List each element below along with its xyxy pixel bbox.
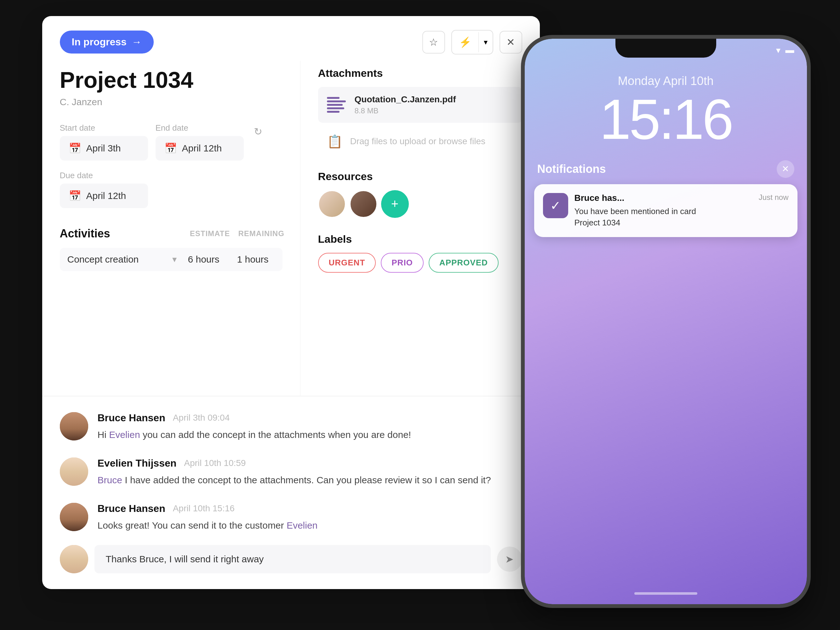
comment-2-time: April 10th 10:59	[184, 458, 246, 468]
end-date-value: April 12th	[182, 143, 222, 154]
end-date-input[interactable]: 📅 April 12th	[156, 136, 244, 161]
refresh-button[interactable]: ↻	[251, 123, 265, 161]
file-icon	[327, 95, 347, 115]
phone-date: Monday April 10th	[617, 74, 714, 88]
lightning-button[interactable]: ⚡ ▾	[452, 30, 493, 55]
phone-screen: ▾ ▬ Monday April 10th 15:16 Notification…	[525, 39, 807, 604]
notification-top-row: Bruce has... Just now	[575, 193, 789, 203]
comment-3-time: April 10th 15:16	[173, 504, 235, 513]
resource-avatar-1[interactable]	[318, 190, 346, 218]
calendar-icon: 📅	[69, 142, 81, 154]
due-date-field: Due date 📅 April 12th	[60, 171, 283, 208]
notification-text-line2: Project 1034	[575, 218, 621, 227]
notifications-close-button[interactable]: ✕	[777, 160, 794, 178]
start-date-value: April 3th	[86, 143, 121, 154]
activity-estimate: 6 hours	[182, 254, 226, 265]
notification-text: You have been mentioned in card Project …	[575, 206, 789, 228]
file-info: Quotation_C.Janzen.pdf 8.8 MB	[355, 94, 513, 115]
send-icon: ➤	[505, 553, 514, 565]
avatar-bruce-1	[60, 412, 88, 441]
add-resource-button[interactable]: +	[381, 190, 409, 218]
phone-time: 15:16	[599, 91, 732, 148]
card-right-panel: Attachments Quotation_C.Janzen.pdf 8.8 M…	[300, 61, 540, 396]
wifi-icon: ▾	[776, 45, 780, 55]
project-owner: C. Janzen	[60, 97, 283, 107]
activity-row: Concept creation ▾ 6 hours 1 hours	[60, 248, 283, 271]
comment-2-author: Evelien Thijssen	[98, 457, 177, 469]
comment-1-content: Bruce Hansen April 3th 09:04 Hi Evelien …	[98, 412, 522, 442]
remaining-col-label: REMAINING	[238, 229, 283, 238]
mention-evelien-1: Evelien	[109, 430, 140, 440]
attachments-section: Attachments Quotation_C.Janzen.pdf 8.8 M…	[318, 67, 522, 155]
avatar-evelien-input	[60, 545, 88, 573]
status-button[interactable]: In progress →	[60, 30, 154, 54]
notification-app-icon: ✓	[543, 193, 568, 218]
activities-header: Activities ESTIMATE REMAINING	[60, 227, 283, 240]
phone-container: ▾ ▬ Monday April 10th 15:16 Notification…	[521, 35, 811, 608]
notification-text-line1: You have been mentioned in card	[575, 206, 696, 216]
end-date-label: End date	[156, 123, 244, 133]
comment-1: Bruce Hansen April 3th 09:04 Hi Evelien …	[60, 412, 522, 442]
chevron-down-icon: ▾	[478, 32, 493, 52]
comment-3-author: Bruce Hansen	[98, 503, 165, 515]
estimate-col-label: ESTIMATE	[188, 229, 232, 238]
phone-frame: ▾ ▬ Monday April 10th 15:16 Notification…	[521, 35, 811, 608]
comments-section: Bruce Hansen April 3th 09:04 Hi Evelien …	[42, 396, 540, 545]
labels-title: Labels	[318, 233, 522, 245]
resources-title: Resources	[318, 170, 522, 183]
avatar-bruce-2	[60, 503, 88, 531]
notification-time: Just now	[759, 193, 789, 203]
due-date-label: Due date	[60, 171, 283, 180]
comment-1-time: April 3th 09:04	[173, 413, 230, 423]
due-date-input[interactable]: 📅 April 12th	[60, 184, 148, 208]
star-button[interactable]: ☆	[422, 31, 445, 54]
calendar-icon: 📅	[69, 190, 81, 202]
notifications-section: Notifications ✕ ✓ Bruce has... Just now	[525, 160, 807, 238]
project-title: Project 1034	[60, 67, 283, 93]
start-date-label: Start date	[60, 123, 148, 133]
comment-3-content: Bruce Hansen April 10th 15:16 Looks grea…	[98, 503, 522, 532]
due-date-value: April 12th	[86, 191, 126, 201]
label-approved[interactable]: APPROVED	[429, 253, 499, 272]
notification-sender: Bruce has...	[575, 193, 625, 203]
send-button[interactable]: ➤	[497, 547, 522, 572]
resource-avatar-2[interactable]	[350, 190, 377, 218]
comment-3: Bruce Hansen April 10th 15:16 Looks grea…	[60, 503, 522, 532]
activities-columns: ESTIMATE REMAINING	[188, 229, 283, 238]
file-size: 8.8 MB	[355, 106, 513, 115]
label-prio[interactable]: PRIO	[381, 253, 424, 272]
phone-home-indicator	[634, 592, 697, 595]
notification-body: Bruce has... Just now You have been ment…	[575, 193, 789, 228]
comment-2-meta: Evelien Thijssen April 10th 10:59	[98, 457, 522, 469]
mention-evelien-2: Evelien	[287, 520, 317, 531]
activity-name: Concept creation	[67, 254, 167, 265]
comment-1-meta: Bruce Hansen April 3th 09:04	[98, 412, 522, 424]
start-date-field: Start date 📅 April 3th	[60, 123, 148, 161]
arrow-icon: →	[132, 36, 142, 48]
comment-input[interactable]	[95, 545, 491, 573]
notification-card[interactable]: ✓ Bruce has... Just now You have been me…	[534, 184, 797, 238]
attachment-file[interactable]: Quotation_C.Janzen.pdf 8.8 MB	[318, 87, 522, 123]
phone-notch	[616, 39, 716, 58]
comment-3-text: Looks great! You can send it to the cust…	[98, 518, 522, 532]
end-date-field: End date 📅 April 12th	[156, 123, 244, 161]
upload-text: Drag files to upload or browse files	[350, 136, 486, 146]
close-button[interactable]: ✕	[499, 31, 522, 54]
activity-dropdown[interactable]: ▾	[172, 254, 177, 265]
calendar-icon: 📅	[164, 142, 177, 154]
label-urgent[interactable]: URGENT	[318, 253, 376, 272]
comment-1-author: Bruce Hansen	[98, 412, 165, 424]
star-icon: ☆	[429, 36, 438, 48]
status-label: In progress	[72, 36, 126, 48]
start-date-input[interactable]: 📅 April 3th	[60, 136, 148, 161]
comment-2: Evelien Thijssen April 10th 10:59 Bruce …	[60, 457, 522, 487]
card-left-panel: Project 1034 C. Janzen Start date 📅 Apri…	[42, 61, 300, 396]
upload-icon: 📋	[327, 134, 343, 149]
date-row: Start date 📅 April 3th End date 📅 April …	[60, 123, 283, 161]
attachments-title: Attachments	[318, 67, 522, 79]
topbar-right: ☆ ⚡ ▾ ✕	[422, 30, 522, 55]
resource-avatars: +	[318, 190, 522, 218]
card-body: Project 1034 C. Janzen Start date 📅 Apri…	[42, 61, 540, 396]
labels-section: Labels URGENT PRIO APPROVED	[318, 233, 522, 272]
upload-area[interactable]: 📋 Drag files to upload or browse files	[318, 128, 522, 155]
